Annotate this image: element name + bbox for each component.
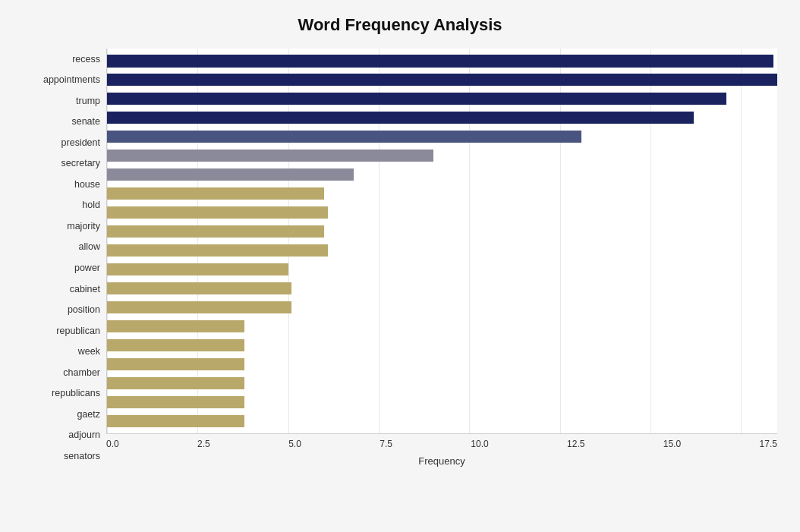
x-tick: 15.0 (663, 439, 681, 449)
y-label: cabinet (23, 285, 100, 294)
bar (107, 225, 324, 238)
bar-row (107, 146, 777, 165)
y-label: adjourn (23, 430, 100, 440)
y-label: gaetz (23, 410, 100, 420)
y-label: chamber (23, 368, 100, 378)
x-tick: 2.5 (197, 439, 210, 449)
y-label: president (23, 138, 100, 148)
chart-area: recessappointmentstrumpsenatepresidentse… (23, 49, 777, 467)
bar-row (107, 90, 777, 109)
x-tick: 17.5 (760, 439, 777, 449)
x-axis-label: Frequency (106, 455, 777, 467)
chart-container: Word Frequency Analysis recessappointmen… (0, 0, 800, 532)
bar-row (107, 127, 777, 146)
y-label: position (23, 305, 100, 315)
y-label: house (23, 180, 100, 190)
bar (107, 301, 291, 313)
bar (107, 358, 244, 370)
bar (107, 112, 694, 124)
bar (107, 131, 581, 143)
bar (107, 168, 354, 181)
bar (107, 396, 244, 408)
bars-area (106, 49, 777, 434)
bar-row (107, 297, 777, 316)
bar (107, 339, 244, 351)
bar-row (107, 52, 777, 71)
y-axis: recessappointmentstrumpsenatepresidentse… (23, 49, 106, 467)
bar-row (107, 411, 777, 430)
bar (107, 282, 291, 294)
bar-row (107, 71, 777, 90)
bar (107, 415, 244, 427)
bar-row (107, 109, 777, 127)
y-label: majority (23, 222, 100, 231)
bars-and-xaxis: 0.02.55.07.510.012.515.017.5 Frequency (106, 49, 777, 467)
bar (107, 320, 244, 332)
bar (107, 187, 324, 200)
x-tick: 10.0 (471, 439, 488, 449)
y-label: secretary (23, 159, 100, 168)
bar-row (107, 260, 777, 279)
bar-row (107, 222, 777, 241)
bar-row (107, 241, 777, 260)
bar (107, 93, 726, 105)
bar (107, 74, 777, 86)
y-label: appointments (23, 75, 100, 85)
x-tick: 12.5 (567, 439, 584, 449)
bar-row (107, 203, 777, 222)
bar-row (107, 335, 777, 354)
bar (107, 263, 288, 275)
y-label: senate (23, 117, 100, 127)
bar-row (107, 184, 777, 203)
y-label: hold (23, 200, 100, 210)
bar-row (107, 373, 777, 392)
bar-row (107, 392, 777, 411)
x-tick: 7.5 (380, 439, 392, 449)
x-tick: 0.0 (106, 439, 119, 449)
y-label: senators (23, 452, 100, 461)
y-label: week (23, 347, 100, 357)
bar-row (107, 316, 777, 335)
y-label: republicans (23, 389, 100, 398)
bar-row (107, 165, 777, 184)
y-label: recess (23, 55, 100, 65)
bar (107, 55, 773, 67)
bar-row (107, 279, 777, 297)
bar (107, 244, 328, 257)
y-label: republican (23, 326, 100, 336)
chart-title: Word Frequency Analysis (23, 15, 777, 35)
bar (107, 206, 328, 219)
bar (107, 377, 244, 389)
y-label: trump (23, 96, 100, 106)
x-axis: 0.02.55.07.510.012.515.017.5 (106, 434, 777, 449)
bar-row (107, 354, 777, 373)
y-label: allow (23, 242, 100, 252)
x-tick: 5.0 (288, 439, 301, 449)
y-label: power (23, 263, 100, 273)
bar (107, 150, 433, 162)
